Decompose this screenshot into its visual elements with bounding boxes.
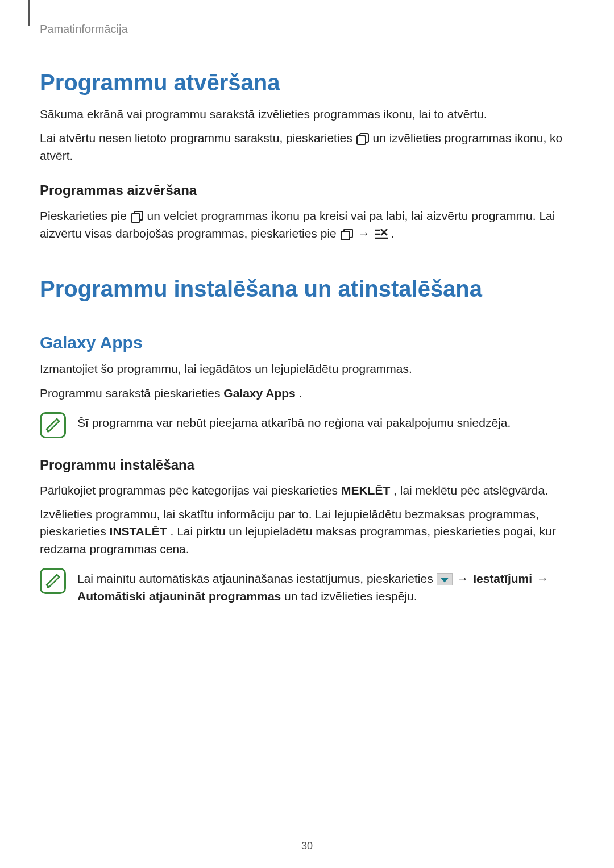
arrow-icon: →: [455, 572, 473, 585]
heading-programmu-instalesana: Programmu instalēšana: [40, 457, 574, 473]
arrow-icon: →: [536, 572, 550, 585]
text-segment: Pieskarieties pie: [40, 209, 130, 222]
text-segment: Pārlūkojiet programmas pēc kategorijas v…: [40, 484, 341, 497]
svg-rect-3: [131, 214, 140, 222]
note-text: Lai mainītu automātiskās atjaunināšanas …: [77, 567, 574, 612]
bold-text: Iestatījumi: [473, 572, 532, 585]
paragraph: Pārlūkojiet programmas pēc kategorijas v…: [40, 482, 574, 499]
recent-apps-icon: [340, 228, 354, 240]
heading-programmas-aizversana: Programmas aizvēršana: [40, 182, 574, 198]
text-segment: Programmu sarakstā pieskarieties: [40, 387, 223, 400]
paragraph: Lai mainītu automātiskās atjaunināšanas …: [77, 570, 574, 605]
dropdown-icon: [437, 573, 453, 585]
text-segment: Lai mainītu automātiskās atjaunināšanas …: [77, 572, 437, 585]
paragraph: Izmantojiet šo programmu, lai iegādātos …: [40, 360, 574, 377]
heading-galaxy-apps: Galaxy Apps: [40, 333, 574, 352]
paragraph: Sākuma ekrānā vai programmu sarakstā izv…: [40, 106, 574, 123]
bold-text: INSTALĒT: [110, 525, 167, 538]
text-segment: Lai atvērtu nesen lietoto programmu sara…: [40, 131, 356, 144]
page: Pamatinformācija Programmu atvēršana Sāk…: [0, 0, 614, 868]
margin-line: [28, 0, 30, 26]
close-all-icon: [374, 228, 388, 240]
text-segment: , lai meklētu pēc atslēgvārda.: [393, 484, 548, 497]
recent-apps-icon: [130, 210, 144, 222]
bold-text: Automātiski atjaunināt programmas: [77, 589, 281, 603]
note-icon: [40, 568, 66, 594]
bold-text: Galaxy Apps: [223, 387, 295, 400]
paragraph: Pieskarieties pie un velciet programmas …: [40, 207, 574, 242]
heading-programmu-instalesana-atinstalesana: Programmu instalēšana un atinstalēšana: [40, 276, 574, 302]
text-segment: .: [391, 227, 395, 240]
text-segment: .: [299, 387, 302, 400]
paragraph: Programmu sarakstā pieskarieties Galaxy …: [40, 385, 574, 402]
paragraph: Šī programma var nebūt pieejama atkarībā…: [77, 414, 574, 431]
note-block: Lai mainītu automātiskās atjaunināšanas …: [40, 567, 574, 612]
paragraph: Izvēlieties programmu, lai skatītu infor…: [40, 506, 574, 558]
note-text: Šī programma var nebūt pieejama atkarībā…: [77, 411, 574, 438]
bold-text: MEKLĒT: [341, 484, 390, 497]
page-number: 30: [0, 840, 614, 852]
page-header: Pamatinformācija: [40, 23, 574, 36]
note-icon: [40, 412, 66, 438]
recent-apps-icon: [356, 132, 370, 144]
arrow-icon: →: [356, 227, 374, 240]
note-block: Šī programma var nebūt pieejama atkarībā…: [40, 411, 574, 438]
heading-programmu-atversana: Programmu atvēršana: [40, 70, 574, 95]
paragraph: Lai atvērtu nesen lietoto programmu sara…: [40, 130, 574, 164]
svg-rect-5: [341, 231, 350, 240]
svg-rect-1: [357, 136, 366, 144]
text-segment: un tad izvēlieties iespēju.: [284, 589, 417, 603]
